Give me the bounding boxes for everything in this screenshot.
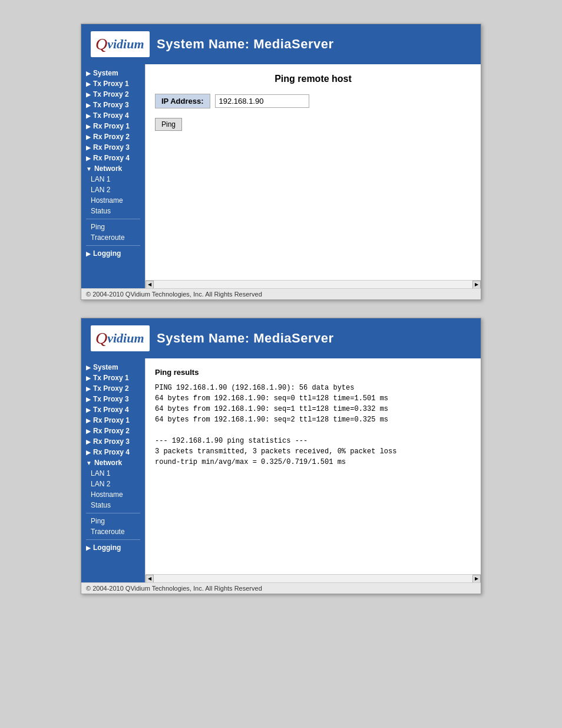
sidebar-divider2	[86, 245, 140, 246]
arrow-icon: ▶	[86, 439, 91, 445]
sidebar2-item-rx-proxy2[interactable]: ▶ Rx Proxy 2	[81, 426, 145, 436]
logo-2: Q vidium	[91, 325, 150, 351]
arrow-icon: ▶	[86, 417, 91, 424]
horizontal-scrollbar-2[interactable]: ◀ ▶	[146, 574, 481, 582]
sidebar2-item-traceroute[interactable]: Traceroute	[81, 526, 145, 537]
arrow-icon: ▶	[86, 113, 91, 119]
scroll-right-arrow-2[interactable]: ▶	[472, 575, 481, 583]
horizontal-scrollbar[interactable]: ◀ ▶	[146, 280, 481, 288]
main-content: Ping remote host IP Address: Ping ◀ ▶	[145, 64, 481, 288]
sidebar-item-network[interactable]: ▼ Network	[81, 163, 145, 174]
sidebar-label: Status	[91, 501, 111, 509]
arrow-icon: ▶	[86, 91, 91, 98]
sidebar-label: Hostname	[91, 196, 123, 205]
sidebar2-item-logging[interactable]: ▶ Logging	[81, 542, 145, 553]
arrow-icon: ▶	[86, 155, 91, 162]
sidebar-label: Logging	[93, 543, 121, 552]
scroll-track[interactable]	[154, 281, 472, 288]
logo: Q vidium	[91, 31, 150, 57]
logo-vidium: vidium	[107, 37, 144, 52]
arrow-icon: ▶	[86, 102, 91, 108]
panel-ping-results: Q vidium System Name: MediaServer ▶ Syst…	[81, 318, 481, 594]
panel-header-2: Q vidium System Name: MediaServer	[81, 318, 481, 358]
ping-button[interactable]: Ping	[155, 118, 182, 131]
scroll-left-arrow-2[interactable]: ◀	[146, 575, 154, 583]
scroll-left-arrow[interactable]: ◀	[146, 281, 154, 289]
sidebar-item-ping[interactable]: Ping	[81, 222, 145, 232]
sidebar2-item-tx-proxy4[interactable]: ▶ Tx Proxy 4	[81, 404, 145, 415]
sidebar-item-traceroute[interactable]: Traceroute	[81, 232, 145, 243]
sidebar2-item-tx-proxy1[interactable]: ▶ Tx Proxy 1	[81, 373, 145, 383]
sidebar2-item-hostname[interactable]: Hostname	[81, 489, 145, 500]
sidebar-label: Logging	[93, 249, 121, 258]
sidebar-label: LAN 1	[91, 175, 110, 183]
arrow-icon: ▶	[86, 407, 91, 413]
content-scroll-2[interactable]: Ping results PING 192.168.1.90 (192.168.…	[146, 358, 481, 574]
logo-q-2: Q	[95, 330, 107, 347]
sidebar-item-hostname[interactable]: Hostname	[81, 195, 145, 206]
sidebar-label: Tx Proxy 1	[93, 374, 129, 382]
sidebar2-item-tx-proxy2[interactable]: ▶ Tx Proxy 2	[81, 383, 145, 394]
sidebar2-item-rx-proxy1[interactable]: ▶ Rx Proxy 1	[81, 415, 145, 426]
sidebar-label: Traceroute	[91, 528, 125, 536]
sidebar-label: Ping	[91, 517, 105, 525]
sidebar2-item-rx-proxy4[interactable]: ▶ Rx Proxy 4	[81, 447, 145, 457]
sidebar-item-rx-proxy3[interactable]: ▶ Rx Proxy 3	[81, 142, 145, 153]
sidebar-item-rx-proxy1[interactable]: ▶ Rx Proxy 1	[81, 121, 145, 131]
sidebar2-item-lan2[interactable]: LAN 2	[81, 479, 145, 489]
arrow-icon: ▶	[86, 70, 91, 77]
sidebar-label: Network	[94, 459, 122, 467]
sidebar2-item-system[interactable]: ▶ System	[81, 362, 145, 373]
scroll-right-arrow[interactable]: ▶	[472, 281, 481, 289]
sidebar-item-lan2[interactable]: LAN 2	[81, 185, 145, 195]
sidebar-label: Ping	[91, 223, 105, 231]
logo-vidium-2: vidium	[107, 331, 144, 346]
sidebar2-item-rx-proxy3[interactable]: ▶ Rx Proxy 3	[81, 436, 145, 447]
sidebar-label: LAN 2	[91, 186, 110, 194]
sidebar-item-tx-proxy2[interactable]: ▶ Tx Proxy 2	[81, 89, 145, 100]
sidebar2-item-tx-proxy3[interactable]: ▶ Tx Proxy 3	[81, 394, 145, 404]
sidebar-label: Tx Proxy 4	[93, 406, 129, 414]
sidebar2-item-lan1[interactable]: LAN 1	[81, 468, 145, 479]
sidebar-label: Tx Proxy 3	[93, 395, 129, 403]
scroll-track-2[interactable]	[154, 575, 472, 582]
sidebar-label: Rx Proxy 2	[93, 133, 130, 141]
sidebar-label: Hostname	[91, 490, 123, 499]
sidebar-item-lan1[interactable]: LAN 1	[81, 174, 145, 185]
ip-address-input[interactable]	[215, 94, 309, 108]
arrow-icon: ▶	[86, 81, 91, 87]
ping-form-row: IP Address:	[155, 94, 471, 108]
sidebar: ▶ System ▶ Tx Proxy 1 ▶ Tx Proxy 2 ▶ Tx …	[81, 64, 145, 288]
sidebar-item-tx-proxy4[interactable]: ▶ Tx Proxy 4	[81, 110, 145, 121]
sidebar-item-rx-proxy4[interactable]: ▶ Rx Proxy 4	[81, 153, 145, 163]
arrow-icon: ▶	[86, 375, 91, 381]
sidebar2-item-ping[interactable]: Ping	[81, 516, 145, 526]
sidebar-item-tx-proxy1[interactable]: ▶ Tx Proxy 1	[81, 78, 145, 89]
sidebar-label: LAN 2	[91, 480, 110, 488]
content-scroll[interactable]: Ping remote host IP Address: Ping	[146, 64, 481, 280]
sidebar-label: Rx Proxy 3	[93, 143, 130, 151]
sidebar-item-rx-proxy2[interactable]: ▶ Rx Proxy 2	[81, 131, 145, 142]
panel-title-2: System Name: MediaServer	[157, 331, 334, 346]
arrow-icon: ▶	[86, 123, 91, 130]
sidebar2-divider	[86, 513, 140, 513]
ping-form-title: Ping remote host	[155, 74, 471, 84]
sidebar-item-status[interactable]: Status	[81, 206, 145, 216]
sidebar-item-tx-proxy3[interactable]: ▶ Tx Proxy 3	[81, 100, 145, 110]
panel-body: ▶ System ▶ Tx Proxy 1 ▶ Tx Proxy 2 ▶ Tx …	[81, 64, 481, 288]
panel-ping-form: Q vidium System Name: MediaServer ▶ Syst…	[81, 24, 481, 300]
sidebar2-item-network[interactable]: ▼ Network	[81, 457, 145, 468]
sidebar2-item-status[interactable]: Status	[81, 500, 145, 510]
sidebar-item-logging[interactable]: ▶ Logging	[81, 248, 145, 259]
ip-address-label: IP Address:	[155, 94, 210, 108]
sidebar-label: Tx Proxy 2	[93, 90, 129, 98]
panel-title: System Name: MediaServer	[157, 37, 334, 52]
arrow-icon: ▶	[86, 364, 91, 371]
sidebar-label: System	[93, 363, 118, 371]
sidebar-label: Rx Proxy 2	[93, 427, 130, 435]
logo-q: Q	[95, 36, 107, 52]
sidebar-label: Tx Proxy 3	[93, 101, 129, 109]
sidebar-item-system[interactable]: ▶ System	[81, 68, 145, 78]
results-title: Ping results	[155, 368, 471, 377]
sidebar-label: Tx Proxy 1	[93, 80, 129, 88]
